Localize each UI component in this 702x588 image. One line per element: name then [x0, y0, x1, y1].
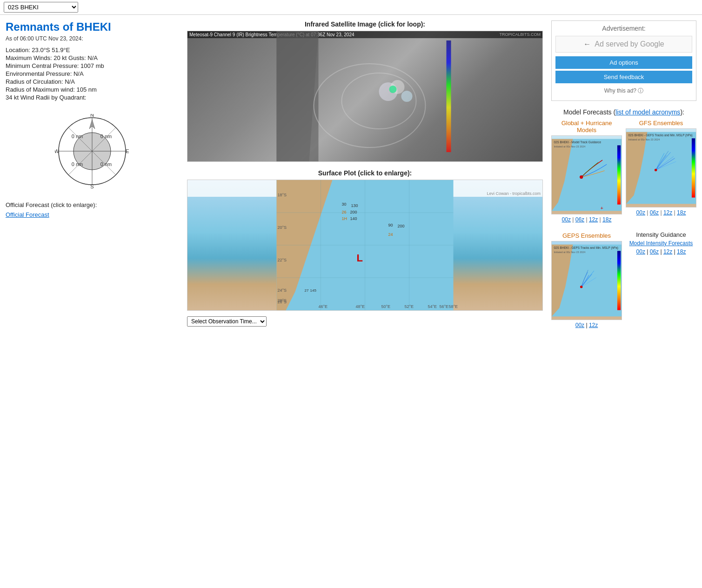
ad-served-text: Ad served by Google [595, 40, 664, 48]
surface-plot-svg: 30 130 26 200 1H 140 90 200 24 L 27 145 [187, 180, 542, 310]
geps-svg: 02S BHEKI - GEPS Tracks and Min. MSLP (h… [552, 241, 622, 320]
intensity-06z-link[interactable]: 06z [650, 248, 659, 255]
geps-00z-link[interactable]: 00z [575, 322, 584, 328]
intensity-00z-link[interactable]: 00z [636, 248, 645, 255]
storm-subtitle: As of 06:00 UTC Nov 23, 2024: [6, 35, 179, 42]
wind-rose: N S E W 0 nm 0 nm 0 nm 0 nm [55, 114, 129, 188]
svg-text:0 nm: 0 nm [72, 134, 83, 139]
satellite-overlay-svg [187, 31, 542, 161]
model-top-grid: Global + Hurricane Models 02S BHEKI - Mo… [551, 120, 696, 223]
global-hurricane-svg: 02S BHEKI - Model Track Guidance Initiat… [552, 136, 622, 214]
svg-text:L: L [357, 252, 363, 264]
advertisement-box: Advertisement: ← Ad served by Google Ad … [551, 20, 696, 101]
svg-text:200: 200 [398, 224, 405, 228]
svg-text:50°E: 50°E [381, 304, 391, 309]
svg-text:20°S: 20°S [278, 225, 287, 230]
svg-point-23 [389, 86, 397, 93]
geps-title: GEPS Ensembles [551, 232, 622, 239]
obs-select-container: Select Observation Time... [187, 314, 543, 327]
geps-image[interactable]: 02S BHEKI - GEPS Tracks and Min. MSLP (h… [551, 241, 622, 320]
wind-rose-svg: N S E W 0 nm 0 nm 0 nm 0 nm [55, 114, 129, 188]
svg-text:145: 145 [310, 288, 317, 293]
storm-title: Remnants of BHEKI [6, 20, 179, 33]
global-model-links: 00z | 06z | 12z | 18z [551, 216, 622, 223]
intensity-title: Intensity Guidance [626, 231, 696, 238]
model-forecasts-section: Model Forecasts (list of model acronyms)… [551, 108, 696, 328]
svg-text:0 nm: 0 nm [100, 161, 112, 167]
svg-text:N: N [90, 114, 94, 118]
svg-text:02S BHEKI - GEFS Tracks and Mi: 02S BHEKI - GEFS Tracks and Min. MSLP (h… [628, 134, 693, 137]
gfs-ensembles-image[interactable]: 02S BHEKI - GEFS Tracks and Min. MSLP (h… [626, 128, 696, 207]
global-00z-link[interactable]: 00z [562, 216, 571, 223]
geps-12z-link[interactable]: 12z [589, 322, 598, 328]
satellite-placeholder: Meteosat-9 Channel 9 (IR) Brightness Tem… [187, 31, 542, 161]
intensity-18z-link[interactable]: 18z [677, 248, 686, 255]
right-column: Advertisement: ← Ad served by Google Ad … [549, 19, 698, 330]
global-hurricane-image[interactable]: 02S BHEKI - Model Track Guidance Initiat… [551, 135, 622, 214]
svg-text:+: + [601, 205, 603, 211]
intensity-pipe1: | [647, 248, 648, 255]
gfs-18z-link[interactable]: 18z [677, 209, 686, 216]
svg-text:24: 24 [388, 232, 393, 237]
advertisement-title: Advertisement: [555, 25, 692, 32]
obs-time-select[interactable]: Select Observation Time... [187, 316, 267, 327]
gfs-pipe2: | [660, 209, 662, 216]
intensity-model-link[interactable]: Model Intensity Forecasts [629, 240, 693, 247]
send-feedback-button[interactable]: Send feedback [555, 71, 692, 83]
svg-text:140: 140 [350, 216, 357, 221]
global-pipe3: | [600, 216, 601, 223]
gfs-00z-link[interactable]: 00z [636, 209, 645, 216]
svg-text:24°S: 24°S [278, 288, 287, 293]
ad-options-button[interactable]: Ad options [555, 56, 692, 69]
svg-point-68 [655, 169, 657, 171]
gfs-ensembles-section: GFS Ensembles 02S BHEKI - GEFS Tracks an… [626, 120, 696, 223]
svg-text:90: 90 [388, 223, 393, 227]
intensity-12z-link[interactable]: 12z [663, 248, 672, 255]
svg-text:26: 26 [342, 210, 347, 214]
global-18z-link[interactable]: 18z [602, 216, 611, 223]
top-bar: 02S BHEKI [0, 0, 702, 15]
svg-point-22 [401, 91, 413, 102]
ad-back-arrow: ← [583, 40, 591, 48]
satellite-image-container[interactable]: Meteosat-9 Channel 9 (IR) Brightness Tem… [187, 31, 543, 162]
surface-image-container[interactable]: Marine Surface Plot Near 02S BHEKI 06:30… [187, 180, 543, 311]
svg-text:28°S: 28°S [278, 298, 287, 303]
global-06z-link[interactable]: 06z [575, 216, 584, 223]
svg-rect-63 [617, 145, 621, 204]
svg-text:130: 130 [351, 203, 358, 208]
svg-rect-19 [447, 40, 451, 152]
why-this-ad-text: Why this ad? ⓘ [555, 85, 692, 97]
max-winds: Maximum Winds: 20 kt Gusts: N/A [6, 54, 179, 61]
model-forecasts-title: Model Forecasts (list of model acronyms)… [551, 108, 696, 116]
geps-links: 00z | 12z [551, 322, 622, 328]
gfs-pipe1: | [647, 209, 648, 216]
svg-text:52°E: 52°E [405, 304, 414, 309]
svg-text:22°S: 22°S [278, 258, 287, 262]
svg-rect-69 [692, 138, 695, 197]
geps-pipe1: | [586, 322, 587, 328]
svg-text:48°E: 48°E [356, 304, 365, 309]
storm-selector[interactable]: 02S BHEKI [4, 2, 78, 13]
intensity-section: Intensity Guidance Model Intensity Forec… [626, 231, 696, 328]
svg-rect-75 [617, 251, 621, 310]
gfs-12z-link[interactable]: 12z [663, 209, 672, 216]
storm-info: Location: 23.0°S 51.9°E Maximum Winds: 2… [6, 47, 179, 101]
left-column: Remnants of BHEKI As of 06:00 UTC Nov 23… [4, 19, 181, 330]
svg-text:200: 200 [350, 210, 357, 214]
svg-text:1H: 1H [342, 216, 348, 221]
svg-text:E: E [126, 148, 129, 154]
main-layout: Remnants of BHEKI As of 06:00 UTC Nov 23… [0, 15, 702, 334]
svg-text:58°E: 58°E [449, 304, 458, 309]
intensity-time-links: 00z | 06z | 12z | 18z [626, 248, 696, 255]
official-forecast-link[interactable]: Official Forecast [6, 211, 49, 218]
global-12z-link[interactable]: 12z [589, 216, 598, 223]
intensity-model-link-container: Model Intensity Forecasts [626, 240, 696, 247]
model-bottom-grid: GEPS Ensembles 02S BHEKI - GEPS Tracks a… [551, 227, 696, 328]
svg-text:56°E: 56°E [440, 304, 449, 309]
satellite-section: Infrared Satellite Image (click for loop… [187, 20, 543, 162]
gfs-06z-link[interactable]: 06z [650, 209, 659, 216]
intensity-pipe2: | [660, 248, 662, 255]
model-acronyms-link[interactable]: list of model acronyms [615, 108, 680, 116]
env-pressure: Environmental Pressure: N/A [6, 70, 179, 77]
radius-circulation: Radius of Circulation: N/A [6, 78, 179, 85]
